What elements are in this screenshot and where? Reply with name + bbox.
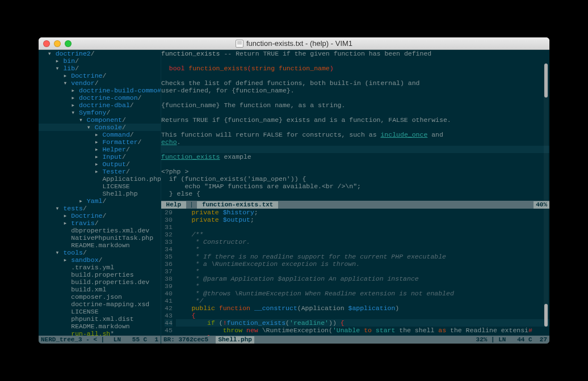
vim-window: function-exists.txt - (help) - VIM1 ▾ do… xyxy=(39,37,549,344)
scrollbar-thumb[interactable] xyxy=(544,64,548,98)
tree-item[interactable]: ▸ sandbox/ xyxy=(39,256,161,264)
tab-file[interactable]: function-exists.txt xyxy=(197,201,278,209)
code-line[interactable]: * xyxy=(176,245,549,253)
tree-item[interactable]: ▸ bin/ xyxy=(39,57,161,65)
code-line[interactable]: throw new \RuntimeException('Unable to s… xyxy=(176,327,549,334)
tree-item[interactable]: LICENSE xyxy=(39,308,161,315)
help-line: } else { xyxy=(161,190,549,197)
help-line: Returns TRUE if {function_name} exists a… xyxy=(161,116,549,124)
help-tabbar: Help | function-exists.txt 40% xyxy=(161,201,549,209)
tree-item[interactable]: doctrine-mapping.xsd xyxy=(39,300,161,308)
help-line: echo "IMAP functions are available.<br /… xyxy=(161,183,549,190)
nerdtree-pane[interactable]: ▾ doctrine2/ ▸ bin/ ▾ lib/ ▸ Doctrine/ ▾… xyxy=(39,50,161,344)
tree-item[interactable]: ▸ Tester/ xyxy=(39,168,161,175)
code-line[interactable]: } xyxy=(176,334,549,336)
help-line: function_exists -- Return TRUE if the gi… xyxy=(161,50,549,57)
code-body[interactable]: private $history; private $output; /** *… xyxy=(176,209,549,336)
tree-item[interactable]: Application.php xyxy=(39,175,161,183)
code-line[interactable]: */ xyxy=(176,297,549,304)
title-text: function-exists.txt - (help) - VIM1 xyxy=(246,39,352,48)
code-line[interactable]: /** xyxy=(176,231,549,238)
code-line[interactable]: * @param Application $application An app… xyxy=(176,275,549,282)
tree-item[interactable]: ▸ Input/ xyxy=(39,153,161,160)
tree-item[interactable]: ▾ lib/ xyxy=(39,65,161,72)
window-title: function-exists.txt - (help) - VIM1 xyxy=(39,39,549,48)
tree-item[interactable]: ▸ Formatter/ xyxy=(39,138,161,146)
scrollbar-thumb[interactable] xyxy=(544,304,548,327)
help-line xyxy=(161,94,549,101)
tree-item[interactable]: ▸ Yaml/ xyxy=(39,197,161,205)
code-line[interactable]: * @throws \RuntimeException When Readlin… xyxy=(176,290,549,297)
line-number: 41 xyxy=(165,297,173,304)
code-line[interactable]: * xyxy=(176,268,549,275)
tree-item[interactable]: ▸ Command/ xyxy=(39,131,161,138)
tree-item[interactable]: build.properties xyxy=(39,271,161,278)
cursor-pos: LN 44 C 27 xyxy=(498,336,547,343)
document-icon xyxy=(236,40,243,48)
tree-item[interactable]: build.properties.dev xyxy=(39,278,161,286)
editor-area[interactable]: ▾ doctrine2/ ▸ bin/ ▾ lib/ ▸ Doctrine/ ▾… xyxy=(39,50,549,344)
tree-item[interactable]: ▸ travis/ xyxy=(39,219,161,227)
tree-item[interactable]: ▸ doctrine-dbal/ xyxy=(39,101,161,109)
tree-item[interactable]: README.markdown xyxy=(39,242,161,249)
tree-item[interactable]: .travis.yml xyxy=(39,264,161,271)
tree-item[interactable]: ▾ doctrine2/ xyxy=(39,50,161,57)
code-line[interactable]: if (!function_exists('readline')) { xyxy=(176,319,549,327)
code-pane[interactable]: 293031323334353637383940414243444546 pri… xyxy=(161,209,549,336)
code-line[interactable]: * If there is no readline support for th… xyxy=(176,253,549,260)
code-line[interactable]: private $output; xyxy=(176,216,549,223)
tree-content[interactable]: ▾ doctrine2/ ▸ bin/ ▾ lib/ ▸ Doctrine/ ▾… xyxy=(39,50,161,336)
tree-item[interactable]: Shell.php xyxy=(39,190,161,197)
tree-item[interactable]: ▸ doctrine-build-commo# xyxy=(39,87,161,94)
code-line[interactable]: public function __construct(Application … xyxy=(176,304,549,312)
tree-item[interactable]: ▸ Helper/ xyxy=(39,146,161,153)
tab-help[interactable]: Help xyxy=(161,201,186,209)
code-line[interactable]: * xyxy=(176,282,549,290)
tree-item[interactable]: phpunit.xml.dist xyxy=(39,315,161,323)
tree-item[interactable]: build.xml xyxy=(39,286,161,293)
code-line[interactable]: private $history; xyxy=(176,209,549,216)
code-line[interactable]: * Constructor. xyxy=(176,238,549,245)
help-line: if (function_exists('imap_open')) { xyxy=(161,175,549,183)
tree-item[interactable]: ▸ doctrine-common/ xyxy=(39,94,161,101)
tree-item[interactable]: ▸ Doctrine/ xyxy=(39,72,161,79)
tree-item[interactable]: run-all.sh* xyxy=(39,330,161,336)
tree-item[interactable]: dbproperties.xml.dev xyxy=(39,227,161,234)
tree-item[interactable]: ▾ tools/ xyxy=(39,249,161,256)
code-line[interactable] xyxy=(176,223,549,231)
line-number: 31 xyxy=(165,223,173,231)
code-line[interactable]: * a \RuntimeException exception is throw… xyxy=(176,260,549,268)
line-number: 35 xyxy=(165,253,173,260)
line-number: 36 xyxy=(165,260,173,268)
tree-item[interactable]: LICENSE xyxy=(39,183,161,190)
line-gutter: 293031323334353637383940414243444546 xyxy=(161,209,176,336)
line-number: 37 xyxy=(165,268,173,275)
tree-item[interactable]: ▾ Component/ xyxy=(39,116,161,124)
branch-label: BR: 3762cec5 xyxy=(163,336,208,344)
tree-item[interactable]: ▾ vendor/ xyxy=(39,79,161,87)
tree-item[interactable]: ▾ Symfony/ xyxy=(39,109,161,116)
help-pane[interactable]: function_exists -- Return TRUE if the gi… xyxy=(161,50,549,201)
tree-item[interactable]: composer.json xyxy=(39,293,161,300)
line-number: 42 xyxy=(165,304,173,312)
line-number: 46 xyxy=(165,334,173,336)
line-number: 40 xyxy=(165,290,173,297)
tree-item[interactable]: ▾ Console/ xyxy=(39,124,161,131)
help-line: Checks the list of defined functions, bo… xyxy=(161,79,549,87)
line-number: 43 xyxy=(165,312,173,319)
tree-item[interactable]: ▸ Doctrine/ xyxy=(39,212,161,219)
titlebar[interactable]: function-exists.txt - (help) - VIM1 xyxy=(39,37,549,50)
scrollbar-track[interactable] xyxy=(544,64,548,327)
tree-item[interactable]: NativePhpunitTask.php xyxy=(39,234,161,242)
tree-item[interactable]: ▾ tests/ xyxy=(39,205,161,212)
code-line[interactable]: { xyxy=(176,312,549,319)
line-number: 44 xyxy=(165,319,173,327)
line-number: 33 xyxy=(165,238,173,245)
help-line: echo. xyxy=(161,138,549,146)
tree-item[interactable]: ▸ Output/ xyxy=(39,160,161,168)
tree-item[interactable]: README.markdown xyxy=(39,323,161,330)
tab-sep: | xyxy=(186,201,198,209)
help-line: bool function_exists(string function_nam… xyxy=(161,65,549,72)
tree-status-left: NERD_tree_3 - < | xyxy=(41,336,104,344)
main-split[interactable]: function_exists -- Return TRUE if the gi… xyxy=(161,50,549,344)
